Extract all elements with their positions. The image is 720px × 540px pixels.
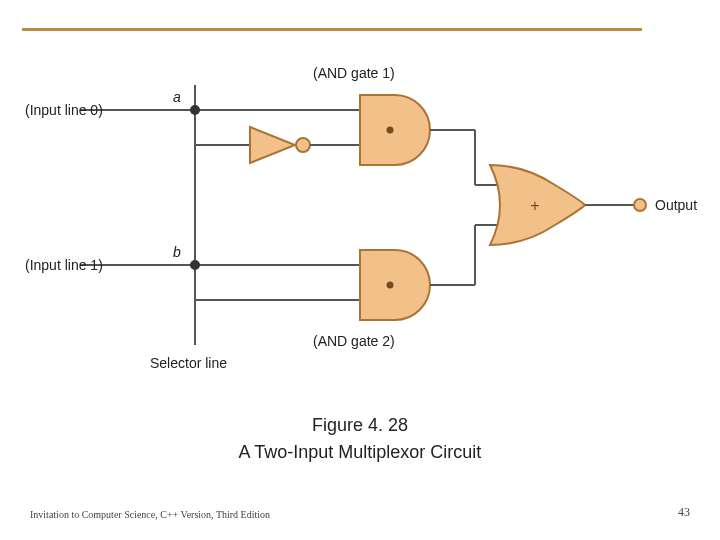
or-plus: + [530,197,539,214]
not-bubble [296,138,310,152]
accent-bar [22,28,642,31]
label-selector: Selector line [150,355,227,371]
and-gate-2 [360,250,430,320]
footer-citation: Invitation to Computer Science, C++ Vers… [30,509,270,520]
label-and1: (AND gate 1) [313,65,395,81]
and2-dot [387,282,394,289]
and-gate-1 [360,95,430,165]
figure-number: Figure 4. 28 [0,415,720,436]
junction-a [190,105,200,115]
output-node [634,199,646,211]
label-input0: (Input line 0) [25,102,103,118]
figure-title: A Two-Input Multiplexor Circuit [0,442,720,463]
label-output: Output [655,197,697,213]
label-input1: (Input line 1) [25,257,103,273]
not-gate [250,127,295,163]
page-number: 43 [678,505,690,520]
junction-b [190,260,200,270]
circuit-diagram: + (Input line 0) (Input line 1) a b (AND… [55,55,665,395]
label-a: a [173,89,181,105]
label-b: b [173,244,181,260]
and1-dot [387,127,394,134]
circuit-svg: + [55,55,665,375]
label-and2: (AND gate 2) [313,333,395,349]
